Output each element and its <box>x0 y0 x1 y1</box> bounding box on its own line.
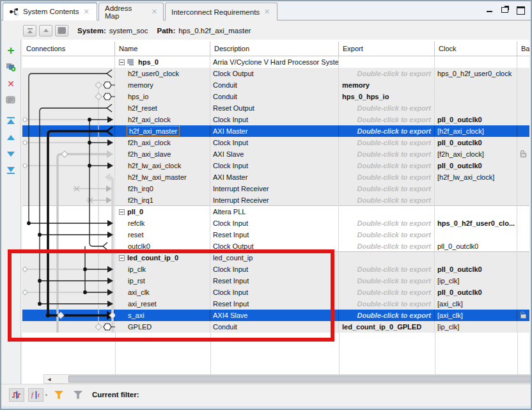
table-row[interactable]: refclk Clock Input Double-click to expor… <box>22 217 529 229</box>
row-connections-cell[interactable] <box>22 137 115 148</box>
tab-interconnect-requirements[interactable]: Interconnect Requirements ✕ <box>165 3 278 20</box>
edit-button[interactable] <box>4 94 18 106</box>
move-up-button[interactable] <box>4 131 18 143</box>
close-icon[interactable]: ✕ <box>264 8 270 15</box>
row-connections-cell[interactable] <box>22 287 115 298</box>
row-clock-cell[interactable]: [ip_clk] <box>435 321 517 333</box>
close-icon[interactable]: ✕ <box>152 8 157 15</box>
row-connections-cell[interactable] <box>22 229 115 240</box>
row-connections-cell[interactable] <box>22 102 115 114</box>
lock-icon[interactable] <box>520 314 526 319</box>
table-row[interactable]: f2h_irq1 Interrupt Receiver Double-click… <box>22 194 529 206</box>
table-row[interactable]: h2f_lw_axi_clock Clock Input Double-clic… <box>22 160 529 171</box>
row-export-cell[interactable]: Double-click to export <box>339 298 435 310</box>
table-row[interactable]: ip_rst Reset Input Double-click to expor… <box>22 275 529 287</box>
row-export-cell[interactable]: Double-click to export <box>339 68 435 79</box>
row-name-cell[interactable]: reset <box>115 229 210 240</box>
row-connections-cell[interactable] <box>22 79 115 91</box>
table-row[interactable]: GPLED Conduit led_count_ip_0_GPLED [ip_c… <box>22 321 529 333</box>
row-connections-cell[interactable] <box>22 310 115 321</box>
row-name-cell[interactable]: f2h_axi_slave <box>115 148 210 160</box>
row-name-cell[interactable]: ip_clk <box>115 264 210 275</box>
row-name-cell[interactable]: hps_io <box>115 91 210 102</box>
table-row[interactable]: f2h_irq0 Interrupt Receiver Double-click… <box>22 183 529 194</box>
row-name-cell[interactable]: f2h_irq1 <box>115 194 210 206</box>
row-export-cell[interactable]: Double-click to export <box>339 194 435 206</box>
filter-button[interactable] <box>51 388 66 402</box>
table-row[interactable]: h2f_axi_master AXI Master Double-click t… <box>22 125 529 137</box>
restore-button[interactable] <box>501 6 509 13</box>
row-clock-cell[interactable] <box>435 252 517 264</box>
row-export-cell[interactable]: led_count_ip_0_GPLED <box>339 321 435 333</box>
row-connections-cell[interactable] <box>22 206 115 217</box>
row-clock-cell[interactable] <box>435 56 517 68</box>
table-row[interactable]: reset Reset Input Double-click to export <box>22 229 529 240</box>
horizontal-scrollbar[interactable]: ◂ ▸ <box>43 374 532 384</box>
table-row[interactable]: axi_reset Reset Input Double-click to ex… <box>22 298 529 310</box>
row-clock-cell[interactable]: pll_0_outclk0 <box>435 160 517 171</box>
clock-crossing-button[interactable] <box>9 388 24 402</box>
move-down-button[interactable] <box>4 148 18 160</box>
row-export-cell[interactable]: memory <box>339 79 435 91</box>
row-clock-cell[interactable] <box>435 91 517 102</box>
row-name-cell[interactable]: h2f_lw_axi_master <box>115 171 210 183</box>
row-name-cell[interactable]: f2h_irq0 <box>115 183 210 194</box>
remove-button[interactable]: ✕ <box>4 77 18 90</box>
move-top-button[interactable] <box>4 114 18 127</box>
move-bottom-button[interactable] <box>4 164 18 177</box>
row-clock-cell[interactable] <box>435 194 517 206</box>
row-clock-cell[interactable]: [f2h_axi_clock] <box>435 148 517 160</box>
row-connections-cell[interactable] <box>22 252 115 264</box>
table-row[interactable]: outclk0 Clock Output Double-click to exp… <box>22 240 529 252</box>
row-connections-cell[interactable] <box>22 91 115 102</box>
row-connections-cell[interactable] <box>22 56 115 68</box>
row-export-cell[interactable]: Double-click to export <box>339 102 435 114</box>
minimize-button[interactable] <box>486 6 494 13</box>
tab-address-map[interactable]: Address Map ✕ <box>98 3 164 20</box>
table-row[interactable]: led_count_ip_0 led_count_ip <box>22 252 529 264</box>
collapse-icon[interactable] <box>119 255 125 261</box>
row-name-cell[interactable]: s_axi <box>115 310 210 321</box>
table-row[interactable]: ip_clk Clock Input Double-click to expor… <box>22 264 529 275</box>
row-connections-cell[interactable] <box>22 321 115 333</box>
table-row[interactable]: axi_clk Clock Input Double-click to expo… <box>22 287 529 298</box>
row-clock-cell[interactable]: pll_0_outclk0 <box>435 287 517 298</box>
row-export-cell[interactable] <box>339 252 435 264</box>
row-clock-cell[interactable]: hps_0_h2f_user0_clock <box>435 68 517 79</box>
row-name-cell[interactable]: h2f_axi_master <box>115 125 210 137</box>
row-export-cell[interactable]: Double-click to export <box>339 137 435 148</box>
row-export-cell[interactable]: Double-click to export <box>339 125 435 137</box>
row-export-cell[interactable]: Double-click to export <box>339 287 435 298</box>
row-clock-cell[interactable]: [ip_clk] <box>435 275 517 287</box>
row-name-cell[interactable]: GPLED <box>115 321 210 333</box>
go-top-button[interactable] <box>23 25 36 36</box>
table-row[interactable]: hps_io Conduit hps_0_hps_io <box>22 91 529 102</box>
row-connections-cell[interactable] <box>22 240 115 252</box>
row-export-cell[interactable]: Double-click to export <box>339 275 435 287</box>
row-export-cell[interactable]: Double-click to export <box>339 217 435 229</box>
table-row[interactable]: s_axi AXI4 Slave Double-click to export … <box>22 310 529 321</box>
row-export-cell[interactable]: Double-click to export <box>339 171 435 183</box>
row-clock-cell[interactable]: [axi_clk] <box>435 310 517 321</box>
row-clock-cell[interactable]: pll_0_outclk0 <box>435 264 517 275</box>
row-connections-cell[interactable] <box>22 160 115 171</box>
reset-crossing-button[interactable]: f t <box>28 388 43 402</box>
row-clock-cell[interactable]: [h2f_axi_clock] <box>435 125 517 137</box>
scroll-left-button[interactable]: ◂ <box>44 375 54 383</box>
add-connection-button[interactable] <box>4 61 18 73</box>
row-clock-cell[interactable]: [h2f_lw_axi_clock] <box>435 171 517 183</box>
row-name-cell[interactable]: led_count_ip_0 <box>115 252 210 264</box>
row-clock-cell[interactable]: pll_0_outclk0 <box>435 114 517 125</box>
go-up-button[interactable] <box>39 25 52 36</box>
row-clock-cell[interactable]: pll_0_outclk0 <box>435 240 517 252</box>
row-name-cell[interactable]: axi_clk <box>115 287 210 298</box>
row-name-cell[interactable]: f2h_axi_clock <box>115 137 210 148</box>
row-connections-cell[interactable] <box>22 171 115 183</box>
row-name-cell[interactable]: memory <box>115 79 210 91</box>
table-row[interactable]: h2f_reset Reset Output Double-click to e… <box>22 102 529 114</box>
row-connections-cell[interactable] <box>22 148 115 160</box>
table-row[interactable]: memory Conduit memory <box>22 79 529 91</box>
row-clock-cell[interactable] <box>435 102 517 114</box>
row-connections-cell[interactable] <box>22 298 115 310</box>
tab-system-contents[interactable]: System Contents ✕ <box>3 2 97 20</box>
